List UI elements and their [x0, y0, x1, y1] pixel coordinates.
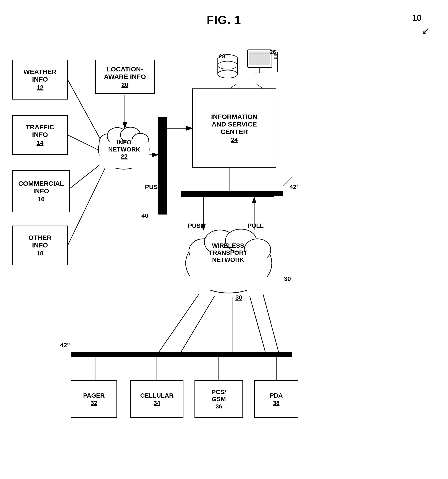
svg-line-18 [250, 296, 265, 352]
info-network-label: INFONETWORK 22 [100, 139, 149, 160]
isc-label: INFORMATIONAND SERVICECENTER [211, 113, 257, 136]
other-ref: 18 [36, 250, 43, 257]
weather-ref: 12 [36, 84, 43, 91]
svg-line-16 [181, 296, 214, 352]
svg-line-19 [263, 294, 278, 352]
ref-42prime-label: 42' [290, 184, 298, 191]
isc-ref: 24 [231, 136, 237, 144]
svg-rect-46 [274, 58, 277, 59]
wireless-ref: 30 [235, 294, 242, 301]
svg-line-15 [159, 294, 199, 352]
isc-box: INFORMATIONAND SERVICECENTER 24 [192, 88, 276, 168]
traffic-ref: 14 [36, 139, 43, 146]
figure-title: FIG. 1 [0, 0, 448, 27]
vertical-bar-40 [158, 117, 167, 214]
pager-ref: 32 [91, 400, 97, 406]
location-label: LOCATION-AWARE INFO [104, 66, 146, 80]
svg-line-13 [230, 84, 237, 88]
pcs-gsm-box: PCS/GSM 36 [194, 380, 243, 418]
traffic-info-box: TRAFFICINFO 14 [12, 115, 68, 155]
pcs-gsm-ref: 36 [216, 403, 222, 410]
traffic-label: TRAFFICINFO [26, 123, 54, 139]
commercial-label: COMMERCIALINFO [18, 180, 64, 195]
ref-30-label: 30 [284, 275, 291, 282]
location-ref: 20 [121, 81, 128, 88]
pda-ref: 38 [273, 400, 280, 406]
ref-42doubleprime-label: 42" [60, 342, 70, 349]
horiz-bar-42prime [181, 191, 283, 196]
svg-line-14 [256, 84, 263, 88]
location-aware-box: LOCATION-AWARE INFO 20 [95, 60, 155, 94]
info-network-text: INFONETWORK [108, 139, 140, 153]
other-info-box: OTHERINFO 18 [12, 226, 68, 265]
ref-28-label: 28 [219, 53, 225, 60]
ref-26-label: 26 [270, 49, 276, 55]
pda-box: PDA 38 [254, 380, 298, 418]
pager-box: PAGER 32 [71, 380, 117, 418]
pager-label: PAGER [83, 392, 105, 399]
horiz-bar-42doubleprime [71, 352, 292, 357]
ref-40-label: 40 [141, 212, 148, 219]
svg-point-35 [218, 70, 237, 78]
weather-info-box: WEATHERINFO 12 [12, 60, 68, 100]
weather-label: WEATHERINFO [23, 68, 56, 83]
cellular-ref: 34 [154, 400, 160, 406]
info-network-ref: 22 [121, 153, 127, 160]
wireless-network-label: WIRELESSTRANSPORTNETWORK [188, 242, 268, 263]
pda-label: PDA [270, 392, 283, 399]
commercial-ref: 16 [38, 196, 44, 203]
other-label: OTHERINFO [28, 234, 52, 249]
commercial-info-box: COMMERCIALINFO 16 [12, 170, 70, 212]
svg-rect-38 [249, 52, 270, 65]
ref-10-label: 10 [412, 13, 422, 23]
cellular-box: CELLULAR 34 [130, 380, 184, 418]
cellular-label: CELLULAR [140, 392, 174, 399]
ref-10-arrow: ↙ [422, 26, 429, 36]
pcs-gsm-label: PCS/GSM [211, 389, 226, 403]
